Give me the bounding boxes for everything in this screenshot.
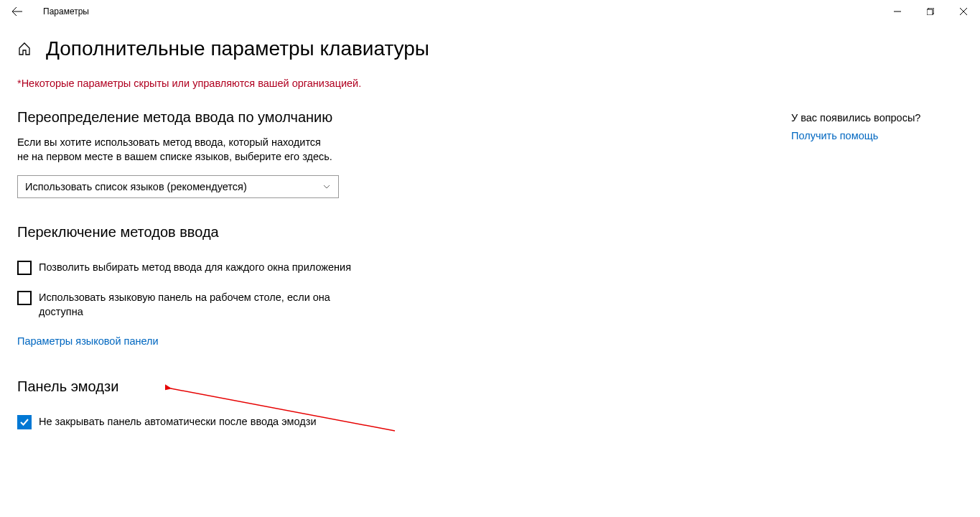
checkbox-row-language-bar: Использовать языковую панель на рабочем … [17, 291, 362, 319]
header-row: Дополнительные параметры клавиатуры [17, 37, 503, 60]
close-icon [960, 8, 967, 15]
checkbox-row-emoji-autoclose: Не закрывать панель автоматически после … [17, 415, 362, 429]
language-bar-options-link[interactable]: Параметры языковой панели [17, 335, 159, 347]
back-arrow-icon [11, 6, 23, 17]
page-title: Дополнительные параметры клавиатуры [46, 37, 429, 60]
checkbox-row-per-window: Позволить выбирать метод ввода для каждо… [17, 261, 362, 275]
titlebar: Параметры [0, 0, 980, 23]
minimize-button[interactable] [881, 0, 914, 23]
maximize-button[interactable] [914, 0, 947, 23]
home-icon [17, 42, 32, 56]
checkbox-emoji-autoclose-input[interactable] [17, 415, 32, 429]
help-sidebar: У вас появились вопросы? Получить помощь [791, 112, 920, 142]
dropdown-selected-value: Использовать список языков (рекомендуетс… [25, 181, 247, 192]
svg-rect-1 [927, 9, 933, 15]
window-controls [881, 0, 980, 23]
close-button[interactable] [947, 0, 980, 23]
checkbox-per-window-label: Позволить выбирать метод ввода для каждо… [39, 261, 351, 275]
content-area: Дополнительные параметры клавиатуры *Нек… [0, 23, 980, 445]
section-switching-heading: Переключение методов ввода [17, 224, 503, 241]
default-input-method-dropdown[interactable]: Использовать список языков (рекомендуетс… [17, 175, 339, 198]
back-button[interactable] [6, 0, 29, 23]
minimize-icon [894, 8, 901, 15]
titlebar-title: Параметры [43, 6, 89, 17]
get-help-link[interactable]: Получить помощь [791, 130, 878, 141]
checkmark-icon [19, 417, 29, 427]
section-emoji-heading: Панель эмодзи [17, 378, 503, 395]
section-override-heading: Переопределение метода ввода по умолчани… [17, 109, 503, 126]
main-content: Дополнительные параметры клавиатуры *Нек… [0, 37, 503, 445]
help-question-text: У вас появились вопросы? [791, 112, 920, 124]
checkbox-per-window-input[interactable] [17, 261, 32, 275]
checkbox-emoji-autoclose-label: Не закрывать панель автоматически после … [39, 415, 317, 429]
chevron-down-icon [322, 182, 331, 191]
org-policy-warning: *Некоторые параметры скрыты или управляю… [17, 78, 503, 89]
checkbox-language-bar-label: Использовать языковую панель на рабочем … [39, 291, 362, 319]
section-override-description: Если вы хотите использовать метод ввода,… [17, 136, 333, 164]
maximize-icon [927, 8, 934, 15]
checkbox-language-bar-input[interactable] [17, 291, 32, 305]
home-button[interactable] [17, 42, 32, 56]
